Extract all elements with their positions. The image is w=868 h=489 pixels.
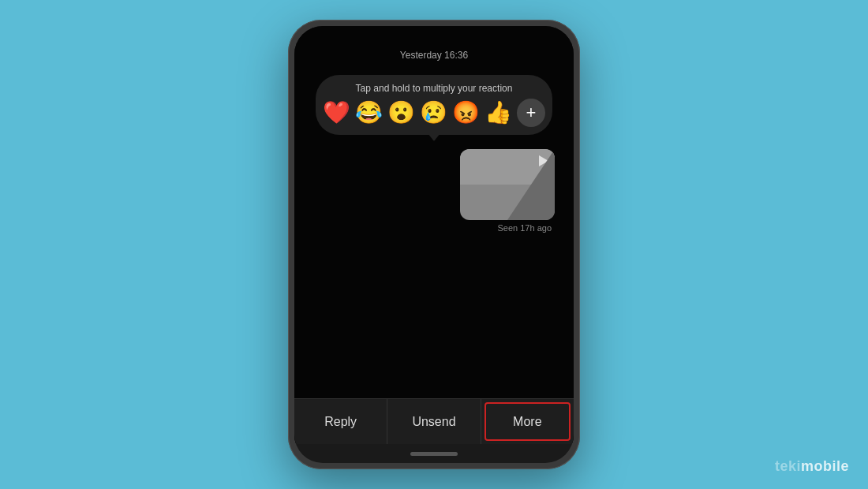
emoji-heart[interactable]: ❤️ xyxy=(323,102,350,124)
reaction-tooltip: Tap and hold to multiply your reaction ❤… xyxy=(316,75,552,135)
seen-text: Seen 17h ago xyxy=(497,223,552,233)
watermark: tekimobile xyxy=(775,458,849,475)
unsend-button[interactable]: Unsend xyxy=(387,399,480,444)
emoji-thumbsup[interactable]: 👍 xyxy=(485,102,512,124)
more-button[interactable]: More xyxy=(481,399,574,444)
unsend-label: Unsend xyxy=(412,415,455,429)
screen: Yesterday 16:36 Tap and hold to multiply… xyxy=(294,26,574,444)
add-reaction-button[interactable]: + xyxy=(517,99,545,127)
emoji-cry[interactable]: 😢 xyxy=(420,102,447,124)
emoji-wow[interactable]: 😮 xyxy=(387,102,415,124)
emoji-laugh[interactable]: 😂 xyxy=(355,102,383,124)
reply-button[interactable]: Reply xyxy=(294,399,387,444)
emoji-angry[interactable]: 😡 xyxy=(452,102,480,124)
phone-bottom xyxy=(294,444,574,463)
message-bubble xyxy=(460,149,555,220)
more-label: More xyxy=(513,415,541,429)
home-indicator xyxy=(410,452,458,456)
brand-second: mobile xyxy=(801,458,849,474)
tooltip-hint: Tap and hold to multiply your reaction xyxy=(356,83,513,94)
timestamp: Yesterday 16:36 xyxy=(400,50,468,61)
phone-shell: Yesterday 16:36 Tap and hold to multiply… xyxy=(288,20,580,469)
plus-icon: + xyxy=(526,103,537,123)
play-icon xyxy=(539,155,548,166)
message-container: Tap and hold to multiply your reaction ❤… xyxy=(294,75,574,233)
brand-first: teki xyxy=(775,458,801,474)
phone-inner: Yesterday 16:36 Tap and hold to multiply… xyxy=(294,26,574,463)
emoji-row: ❤️ 😂 😮 😢 😡 👍 + xyxy=(323,99,545,127)
message-area: Yesterday 16:36 Tap and hold to multiply… xyxy=(294,26,574,398)
reply-label: Reply xyxy=(324,415,357,429)
action-bar: Reply Unsend More xyxy=(294,398,574,444)
